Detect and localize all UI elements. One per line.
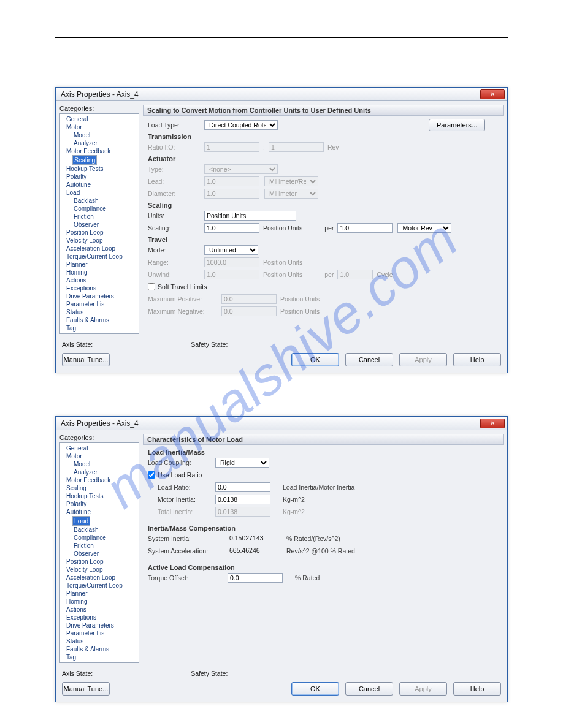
tree-node-acceleration-loop[interactable]: Acceleration Loop [61, 574, 137, 582]
axis-state-label: Axis State: [62, 341, 93, 348]
tree-node-homing[interactable]: Homing [61, 268, 137, 276]
manual-tune-button[interactable]: Manual Tune... [62, 353, 110, 366]
mode-select[interactable]: Unlimited [204, 245, 258, 255]
sys-accel-unit: Rev/s^2 @100 % Rated [286, 547, 355, 555]
units-label: Units: [148, 212, 204, 219]
tree-node-position-loop[interactable]: Position Loop [61, 229, 137, 237]
ok-button[interactable]: OK [291, 682, 339, 696]
tree-node-general[interactable]: General [61, 115, 137, 123]
category-tree[interactable]: GeneralMotorModelAnalyzerMotor FeedbackS… [59, 113, 139, 334]
tree-node-parameter-list[interactable]: Parameter List [61, 300, 137, 308]
max-neg-label: Maximum Negative: [148, 308, 221, 315]
tree-node-planner[interactable]: Planner [61, 260, 137, 268]
per-input[interactable] [337, 223, 393, 233]
sys-accel-value: 665.46246 [228, 546, 283, 556]
tree-node-drive-parameters[interactable]: Drive Parameters [61, 621, 137, 629]
tree-node-scaling[interactable]: Scaling [72, 155, 97, 165]
tree-node-friction[interactable]: Friction [61, 542, 137, 550]
per-unit-select[interactable]: Motor Rev [397, 223, 451, 233]
tree-node-status[interactable]: Status [61, 637, 137, 645]
section-header: Characteristics of Motor Load [143, 434, 504, 445]
tree-node-velocity-loop[interactable]: Velocity Loop [61, 237, 137, 245]
categories-panel: Categories: GeneralMotorModelAnalyzerMot… [59, 105, 139, 334]
category-tree[interactable]: GeneralMotorModelAnalyzerMotor FeedbackS… [59, 442, 139, 663]
tree-node-faults-alarms[interactable]: Faults & Alarms [61, 316, 137, 324]
cancel-button[interactable]: Cancel [345, 682, 393, 696]
tree-node-compliance[interactable]: Compliance [61, 205, 137, 213]
tree-node-exceptions[interactable]: Exceptions [61, 613, 137, 621]
torque-offset-input[interactable] [228, 573, 283, 583]
tree-node-autotune[interactable]: Autotune [61, 181, 137, 189]
tree-node-velocity-loop[interactable]: Velocity Loop [61, 566, 137, 574]
close-icon[interactable]: ✕ [480, 89, 505, 99]
scaling-pane: Scaling to Convert Motion from Controlle… [143, 105, 504, 334]
tree-node-tag[interactable]: Tag [61, 324, 137, 332]
tree-node-motor-feedback[interactable]: Motor Feedback [61, 476, 137, 484]
tree-node-backlash[interactable]: Backlash [61, 526, 137, 534]
parameters-button[interactable]: Parameters... [429, 119, 485, 131]
units-input[interactable] [204, 211, 296, 221]
tree-node-scaling[interactable]: Scaling [61, 484, 137, 492]
cancel-button[interactable]: Cancel [345, 353, 393, 366]
tree-node-hookup-tests[interactable]: Hookup Tests [61, 492, 137, 500]
coupling-select[interactable]: Rigid [215, 458, 269, 468]
tree-node-exceptions[interactable]: Exceptions [61, 284, 137, 292]
apply-button: Apply [399, 353, 447, 366]
motor-inertia-input[interactable] [215, 495, 270, 504]
close-icon[interactable]: ✕ [480, 419, 505, 428]
tree-node-drive-parameters[interactable]: Drive Parameters [61, 292, 137, 300]
tree-node-observer[interactable]: Observer [61, 550, 137, 558]
sys-inertia-value: 0.15027143 [228, 534, 283, 544]
tree-node-tag[interactable]: Tag [61, 653, 137, 661]
active-comp-group: Active Load Compensation [148, 564, 504, 571]
tree-node-torque-current-loop[interactable]: Torque/Current Loop [61, 252, 137, 260]
help-button[interactable]: Help [453, 682, 501, 696]
scaling-input[interactable] [204, 223, 259, 233]
tree-node-model[interactable]: Model [61, 460, 137, 468]
tree-node-polarity[interactable]: Polarity [61, 500, 137, 508]
tree-node-position-loop[interactable]: Position Loop [61, 558, 137, 566]
load-type-select[interactable]: Direct Coupled Rotary [204, 120, 278, 130]
tree-node-faults-alarms[interactable]: Faults & Alarms [61, 645, 137, 653]
help-button[interactable]: Help [453, 353, 501, 366]
tree-node-planner[interactable]: Planner [61, 590, 137, 597]
use-load-ratio-checkbox[interactable] [148, 471, 155, 479]
tree-node-motor-feedback[interactable]: Motor Feedback [61, 147, 137, 155]
tree-node-autotune[interactable]: Autotune [61, 508, 137, 516]
tree-node-torque-current-loop[interactable]: Torque/Current Loop [61, 582, 137, 590]
scaling-unit: Position Units [263, 224, 302, 232]
tree-node-motor[interactable]: Motor [61, 452, 137, 460]
tree-node-status[interactable]: Status [61, 308, 137, 316]
categories-label: Categories: [59, 434, 139, 441]
tree-node-compliance[interactable]: Compliance [61, 534, 137, 542]
tree-node-acceleration-loop[interactable]: Acceleration Loop [61, 245, 137, 252]
tree-node-motor[interactable]: Motor [61, 123, 137, 131]
lead-label: Lead: [148, 178, 204, 185]
load-ratio-unit: Load Inertia/Motor Inertia [283, 483, 354, 491]
tree-node-model[interactable]: Model [61, 131, 137, 139]
soft-limits-checkbox[interactable] [148, 283, 155, 290]
apply-button: Apply [399, 682, 447, 696]
tree-node-load[interactable]: Load [61, 189, 137, 197]
tree-node-polarity[interactable]: Polarity [61, 173, 137, 181]
tree-node-backlash[interactable]: Backlash [61, 197, 137, 205]
tree-node-parameter-list[interactable]: Parameter List [61, 629, 137, 637]
ok-button[interactable]: OK [291, 353, 339, 366]
tree-node-general[interactable]: General [61, 444, 137, 452]
tree-node-analyzer[interactable]: Analyzer [61, 468, 137, 476]
tree-node-actions[interactable]: Actions [61, 276, 137, 284]
tree-node-hookup-tests[interactable]: Hookup Tests [61, 165, 137, 173]
axis-state-label: Axis State: [62, 670, 93, 677]
range-input [204, 257, 259, 267]
tree-node-actions[interactable]: Actions [61, 605, 137, 613]
load-ratio-input[interactable] [215, 482, 270, 492]
manual-tune-button[interactable]: Manual Tune... [62, 682, 110, 696]
ratio-unit: Rev [327, 143, 339, 151]
tree-node-analyzer[interactable]: Analyzer [61, 139, 137, 147]
actuator-type-label: Type: [148, 165, 204, 173]
range-label: Range: [148, 259, 204, 266]
tree-node-friction[interactable]: Friction [61, 213, 137, 221]
tree-node-observer[interactable]: Observer [61, 221, 137, 229]
tree-node-homing[interactable]: Homing [61, 597, 137, 605]
tree-node-load[interactable]: Load [72, 516, 90, 526]
